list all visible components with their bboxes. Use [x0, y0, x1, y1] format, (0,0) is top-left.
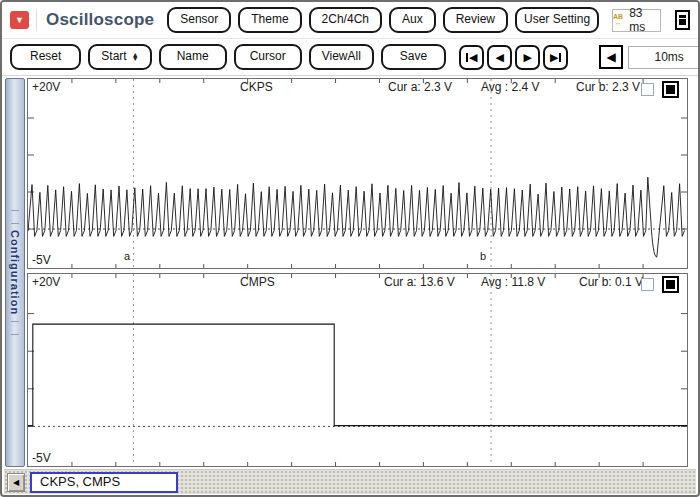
- ckps-vmax-label: +20V: [32, 80, 60, 94]
- cmps-vmin-label: -5V: [32, 451, 51, 465]
- skip-to-start-button[interactable]: ◀: [459, 45, 484, 70]
- theme-button[interactable]: Theme: [238, 7, 301, 32]
- configuration-tab-label: Configuration: [9, 230, 21, 315]
- skip-to-end-button[interactable]: ▶: [543, 45, 568, 70]
- cursor-button[interactable]: Cursor: [234, 44, 302, 69]
- app-title: Oscilloscope: [46, 10, 154, 30]
- configuration-tab[interactable]: Configuration: [5, 78, 25, 467]
- ckps-vmin-label: -5V: [32, 253, 51, 267]
- display-list-icon[interactable]: [675, 10, 690, 30]
- review-button[interactable]: Review: [443, 7, 508, 32]
- top-toolbar: ▼ Oscilloscope Sensor Theme 2Ch/4Ch Aux …: [2, 2, 698, 39]
- cursor-a-label[interactable]: a: [124, 250, 130, 262]
- ckps-cursor-a-readout: Cur a: 2.3 V: [388, 80, 452, 94]
- start-button-label: Start: [101, 50, 126, 63]
- aux-button[interactable]: Aux: [389, 7, 436, 32]
- ckps-enabled-checkbox[interactable]: [662, 81, 679, 98]
- ckps-waveform-plot[interactable]: [28, 79, 687, 268]
- cmps-vmax-label: +20V: [32, 275, 60, 289]
- ab-delta-icon: AB↔: [613, 14, 623, 26]
- start-spinner-icon[interactable]: ▲ ▼: [132, 53, 139, 61]
- cmps-title: CMPS: [240, 275, 275, 289]
- save-button[interactable]: Save: [381, 44, 446, 69]
- viewall-button[interactable]: ViewAll: [309, 44, 374, 69]
- cursor-delta-time-display: AB↔ 83 ms: [612, 9, 661, 32]
- status-scroll-left-button[interactable]: ◀: [7, 473, 25, 492]
- active-channels-box[interactable]: CKPS, CMPS: [30, 472, 178, 493]
- cmps-panel: +20V CMPS Cur a: 13.6 V Avg : 11.8 V Cur…: [27, 273, 688, 467]
- start-button[interactable]: Start ▲ ▼: [88, 44, 151, 69]
- toolbar-divider: [36, 9, 37, 31]
- ckps-cursor-b-readout: Cur b: 2.3 V: [576, 80, 640, 94]
- timebase-value: 10ms: [628, 46, 700, 69]
- control-toolbar: Reset Start ▲ ▼ Name Cursor ViewAll Save…: [2, 39, 698, 76]
- playback-group: ◀ ◀ ▶ ▶: [459, 45, 568, 70]
- bar-glyph: [466, 53, 468, 62]
- delta-time-value: 83 ms: [629, 6, 660, 34]
- channel-mode-button[interactable]: 2Ch/4Ch: [309, 7, 382, 32]
- main-area: Configuration +20V CKPS Cur a: 2.3 V Avg…: [2, 76, 698, 468]
- reset-button[interactable]: Reset: [10, 44, 81, 69]
- cmps-avg-readout: Avg : 11.8 V: [481, 275, 545, 289]
- step-forward-button[interactable]: ▶: [515, 45, 540, 70]
- user-setting-button[interactable]: User Setting: [515, 7, 599, 32]
- cmps-enabled-checkbox[interactable]: [662, 276, 679, 293]
- cmps-secondary-checkbox[interactable]: [641, 278, 654, 291]
- tab-decoration: [11, 210, 19, 224]
- bar-glyph: [559, 53, 561, 62]
- cmps-cursor-a-readout: Cur a: 13.6 V: [384, 275, 455, 289]
- cursor-b-label[interactable]: b: [480, 250, 486, 262]
- tab-decoration: [11, 321, 19, 335]
- timebase-group: ◀ 10ms ▶: [599, 45, 700, 69]
- ckps-avg-readout: Avg : 2.4 V: [481, 80, 539, 94]
- cmps-waveform-plot[interactable]: [28, 274, 687, 466]
- oscilloscope-window: ▼ Oscilloscope Sensor Theme 2Ch/4Ch Aux …: [0, 0, 700, 497]
- red-dropdown-icon[interactable]: ▼: [10, 11, 29, 29]
- step-back-button[interactable]: ◀: [487, 45, 512, 70]
- name-button[interactable]: Name: [159, 44, 227, 69]
- timebase-decrease-button[interactable]: ◀: [599, 45, 623, 69]
- ckps-secondary-checkbox[interactable]: [641, 83, 654, 96]
- status-bar: ◀ CKPS, CMPS: [4, 469, 696, 494]
- sensor-button[interactable]: Sensor: [167, 7, 231, 32]
- ckps-panel: +20V CKPS Cur a: 2.3 V Avg : 2.4 V Cur b…: [27, 78, 688, 269]
- ckps-title: CKPS: [240, 80, 273, 94]
- cmps-cursor-b-readout: Cur b: 0.1 V: [579, 275, 643, 289]
